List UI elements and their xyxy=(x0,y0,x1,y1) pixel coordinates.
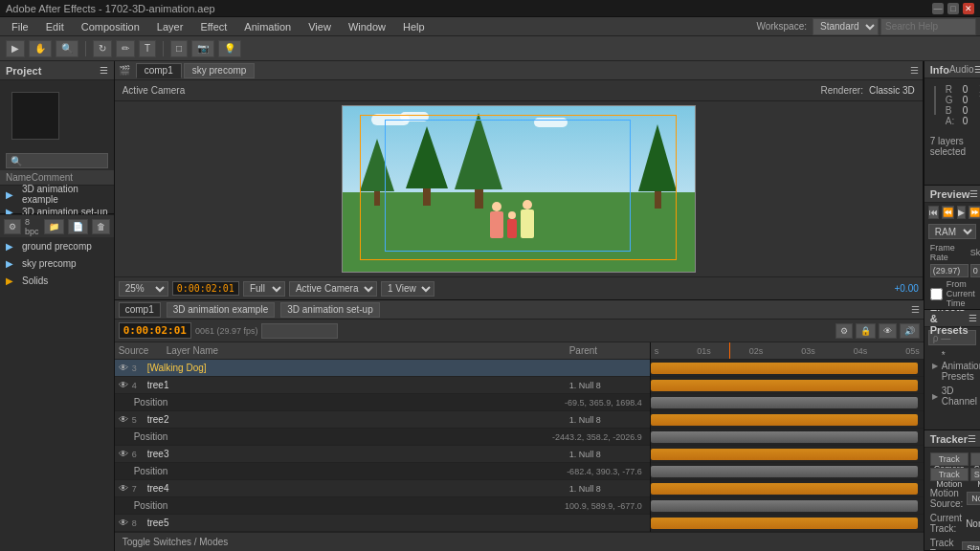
menu-view[interactable]: View xyxy=(301,19,339,34)
effects-3d-channel[interactable]: ▶ 3D Channel xyxy=(924,384,980,408)
renderer-label: Renderer: xyxy=(821,85,863,96)
warp-stabilize-btn[interactable]: Warp Stabilize xyxy=(970,452,980,466)
info-g-label: G xyxy=(946,95,959,105)
menu-file[interactable]: File xyxy=(4,19,36,34)
new-comp-btn[interactable]: 📄 xyxy=(68,219,88,234)
track-motion-btn[interactable]: Track Motion xyxy=(930,468,969,481)
timeline-tool-4[interactable]: 🔊 xyxy=(900,323,920,339)
toolbar-light-tool[interactable]: 💡 xyxy=(218,40,241,57)
track-type-select[interactable]: Stabilize xyxy=(962,541,980,551)
view-select[interactable]: Active Camera xyxy=(289,281,377,297)
layer-num: 8 xyxy=(132,518,147,528)
renderer-value: Classic 3D xyxy=(869,85,915,96)
project-preview-thumbnail xyxy=(11,92,59,140)
toolbar-pen-tool[interactable]: ✏ xyxy=(116,40,135,57)
minimize-button[interactable]: — xyxy=(932,3,944,14)
toolbar-rotate-tool[interactable]: ↻ xyxy=(93,40,112,57)
from-current-checkbox[interactable] xyxy=(930,288,943,300)
file-item-solids[interactable]: ▶ Solids xyxy=(0,272,114,289)
track-camera-btn[interactable]: Track Camera xyxy=(930,452,969,466)
menu-animation[interactable]: Animation xyxy=(236,19,299,34)
maximize-button[interactable]: □ xyxy=(947,3,959,14)
layer-eye-icon[interactable]: 👁 xyxy=(119,518,130,528)
layer-row-pos-3[interactable]: Position -682.4, 390.3, -77.6 xyxy=(115,463,650,480)
timeline-tab-3d-setup[interactable]: 3D animation set-up xyxy=(280,302,380,318)
info-menu-icon[interactable]: ☰ xyxy=(974,64,980,75)
new-folder-btn[interactable]: 📁 xyxy=(44,219,64,234)
layer-eye-icon[interactable]: 👁 xyxy=(119,363,130,373)
layer-row-3[interactable]: 👁 3 [Walking Dog] xyxy=(115,360,650,377)
layer-num: 3 xyxy=(132,364,147,373)
file-item-ground[interactable]: ▶ ground precomp xyxy=(0,237,114,254)
timeline-search-input[interactable] xyxy=(261,323,338,339)
effects-animation-presets[interactable]: ▶ * Animation Presets xyxy=(924,348,980,384)
timeline-tool-2[interactable]: 🔒 xyxy=(856,323,876,339)
layer-row-5[interactable]: 👁 5 tree2 1. Null 8 xyxy=(115,411,650,429)
preview-play[interactable]: ▶ xyxy=(957,206,966,219)
track-bar-4 xyxy=(651,380,918,391)
timeline-tool-3[interactable]: 👁 xyxy=(879,323,897,339)
search-input[interactable] xyxy=(880,18,976,35)
view-count-select[interactable]: 1 View xyxy=(381,281,434,297)
layer-row-6[interactable]: 👁 6 tree3 1. Null 8 xyxy=(115,446,650,463)
layer-eye-icon[interactable]: 👁 xyxy=(119,449,130,459)
comp-tab-sky[interactable]: sky precomp xyxy=(184,63,256,78)
layer-row-pos-2[interactable]: Position -2443.2, 358.2, -2026.9 xyxy=(115,429,650,446)
preview-next-frame[interactable]: ⏩ xyxy=(969,206,980,219)
stabilize-motion-btn[interactable]: Stabilize Motion xyxy=(970,468,980,481)
menu-layer[interactable]: Layer xyxy=(149,19,191,34)
frame-rate-input[interactable] xyxy=(930,264,969,277)
quality-select[interactable]: FullHalf xyxy=(243,281,285,297)
file-item-3d-example[interactable]: ▶ 3D animation example xyxy=(0,186,114,203)
layer-eye-icon[interactable]: 👁 xyxy=(119,414,130,425)
audio-tab[interactable]: Audio xyxy=(949,64,974,75)
file-item-sky[interactable]: ▶ sky precomp xyxy=(0,254,114,272)
layer-row-pos-4[interactable]: Position 100.9, 589.9, -677.0 xyxy=(115,497,650,515)
layer-eye-icon[interactable]: 👁 xyxy=(119,380,130,390)
menu-edit[interactable]: Edit xyxy=(38,19,72,34)
menu-composition[interactable]: Composition xyxy=(74,19,147,34)
preview-menu-icon[interactable]: ☰ xyxy=(969,188,978,199)
close-button[interactable]: ✕ xyxy=(963,3,974,14)
preview-jump-start[interactable]: ⏮ xyxy=(928,206,939,219)
menu-effect[interactable]: Effect xyxy=(192,19,234,34)
workspace-select[interactable]: Standard xyxy=(813,18,879,35)
timeline-tab-comp1[interactable]: comp1 xyxy=(119,302,161,318)
toolbar-text-tool[interactable]: T xyxy=(139,40,156,57)
interpret-footage-btn[interactable]: ⚙ xyxy=(4,219,21,234)
preview-options-select[interactable]: RAM Preview Options xyxy=(928,224,976,239)
zoom-select[interactable]: 25%50%100% xyxy=(119,281,168,297)
info-color-area: R 0 X: 1576 G 0 Y: 1136 B 0 xyxy=(924,78,980,132)
tracker-menu-icon[interactable]: ☰ xyxy=(968,433,976,444)
preview-prev-frame[interactable]: ⏪ xyxy=(942,206,954,219)
delete-btn[interactable]: 🗑 xyxy=(92,219,110,234)
layer-row-8[interactable]: 👁 8 tree5 xyxy=(115,515,650,532)
toolbar-hand-tool[interactable]: ✋ xyxy=(29,40,52,57)
motion-source-select[interactable]: None xyxy=(967,492,980,505)
comp-panel-menu[interactable]: ☰ xyxy=(910,65,919,76)
toolbar: ▶ ✋ 🔍 ↻ ✏ T □ 📷 💡 xyxy=(0,36,980,61)
timeline-tool-1[interactable]: ⚙ xyxy=(835,323,853,339)
timeline-panel-menu[interactable]: ☰ xyxy=(911,304,920,315)
toolbar-camera-tool[interactable]: 📷 xyxy=(191,40,214,57)
comp-canvas xyxy=(115,101,923,276)
toolbar-zoom-tool[interactable]: 🔍 xyxy=(56,40,78,57)
renderer-info: Renderer: Classic 3D xyxy=(821,85,915,96)
layer-eye-icon[interactable]: 👁 xyxy=(119,483,130,494)
menu-window[interactable]: Window xyxy=(341,19,393,34)
skip-input[interactable] xyxy=(970,264,980,277)
project-menu-icon[interactable]: ☰ xyxy=(100,65,108,76)
toolbar-shape-tool[interactable]: □ xyxy=(170,40,188,57)
layer-row-4[interactable]: 👁 4 tree1 1. Null 8 xyxy=(115,377,650,394)
toolbar-selection-tool[interactable]: ▶ xyxy=(6,40,25,57)
layer-name: [Walking Dog] xyxy=(147,363,569,373)
timeline-tab-3d-example[interactable]: 3D animation example xyxy=(167,302,276,318)
layer-row-pos-1[interactable]: Position -69.5, 365.9, 1698.4 xyxy=(115,394,650,411)
effects-section: Effects & Presets ☰ ▶ * Animation Preset… xyxy=(924,310,980,430)
comp-tab-comp1[interactable]: comp1 xyxy=(136,63,182,78)
effects-menu-icon[interactable]: ☰ xyxy=(969,313,977,323)
track-row-6 xyxy=(651,446,924,463)
menu-help[interactable]: Help xyxy=(395,19,433,34)
project-search-input[interactable] xyxy=(6,153,108,168)
layer-row-7[interactable]: 👁 7 tree4 1. Null 8 xyxy=(115,480,650,497)
